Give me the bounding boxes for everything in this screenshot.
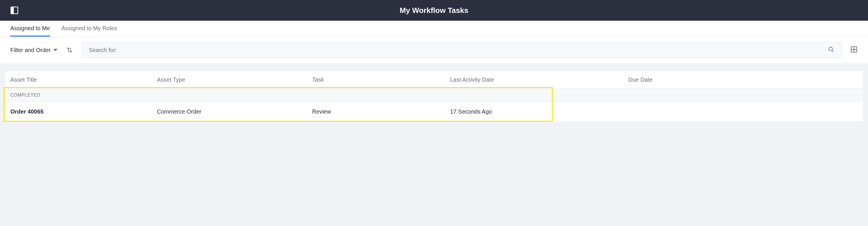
table-row[interactable]: Order 40065 Commerce Order Review 17 Sec…	[5, 102, 863, 121]
page-title: My Workflow Tasks	[400, 6, 468, 15]
filter-and-order-button[interactable]: Filter and Order	[10, 47, 58, 54]
svg-rect-1	[11, 7, 14, 13]
table-header-row: Asset Title Asset Type Task Last Activit…	[5, 71, 863, 88]
content-area: Asset Title Asset Type Task Last Activit…	[0, 63, 868, 126]
search-input[interactable]	[89, 47, 828, 54]
panel-toggle-icon[interactable]	[10, 6, 19, 15]
caret-down-icon	[54, 49, 58, 51]
tab-assigned-to-my-roles[interactable]: Assigned to My Roles	[62, 21, 117, 36]
tab-assigned-to-me[interactable]: Assigned to Me	[10, 21, 50, 36]
cell-asset-type: Commerce Order	[157, 108, 312, 115]
filter-order-label: Filter and Order	[10, 47, 51, 54]
svg-line-3	[832, 50, 834, 52]
col-header-task[interactable]: Task	[312, 77, 450, 83]
cell-last-activity: 17 Seconds Ago	[450, 108, 628, 115]
cell-task: Review	[312, 108, 450, 115]
tasks-card: Asset Title Asset Type Task Last Activit…	[5, 71, 863, 121]
toolbar: Filter and Order	[0, 37, 868, 63]
app-header: My Workflow Tasks	[0, 0, 868, 21]
search-icon[interactable]	[828, 46, 834, 54]
group-header-completed: COMPLETED	[5, 88, 863, 102]
col-header-due-date[interactable]: Due Date	[628, 77, 858, 83]
col-header-last-activity[interactable]: Last Activity Date	[450, 77, 628, 83]
view-grid-button[interactable]	[850, 46, 858, 54]
search-container	[82, 42, 842, 58]
cell-asset-title: Order 40065	[10, 108, 157, 115]
sort-button[interactable]	[66, 47, 73, 54]
col-header-asset-type[interactable]: Asset Type	[157, 77, 312, 83]
tabs-bar: Assigned to Me Assigned to My Roles	[0, 21, 868, 37]
col-header-asset-title[interactable]: Asset Title	[10, 77, 157, 83]
